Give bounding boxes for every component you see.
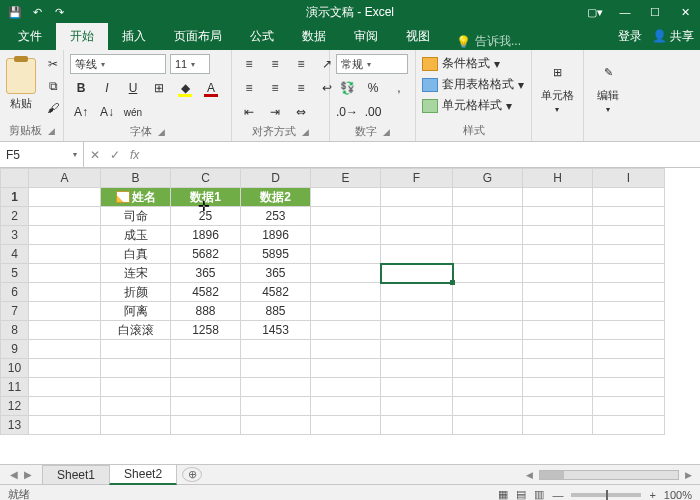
cell-H10[interactable] [523,359,593,378]
cell-G8[interactable] [453,321,523,340]
col-header-E[interactable]: E [311,169,381,188]
cell-E6[interactable] [311,283,381,302]
cell-H13[interactable] [523,416,593,435]
cell-A10[interactable] [29,359,101,378]
alignment-launcher-icon[interactable]: ◢ [302,127,309,137]
worksheet-grid[interactable]: ABCDEFGHI1 姓名 数据1 数据22 司命 25 2533 成玉 189… [0,168,700,464]
cell-A13[interactable] [29,416,101,435]
cell-F2[interactable] [381,207,453,226]
cell-D11[interactable] [241,378,311,397]
col-header-G[interactable]: G [453,169,523,188]
cell-E5[interactable] [311,264,381,283]
align-center-icon[interactable]: ≡ [264,78,286,98]
cell-F8[interactable] [381,321,453,340]
cell-F11[interactable] [381,378,453,397]
cell-E11[interactable] [311,378,381,397]
cell-E9[interactable] [311,340,381,359]
cell-H12[interactable] [523,397,593,416]
fill-color-button[interactable]: ◆ [174,78,196,98]
cell-F9[interactable] [381,340,453,359]
cell-D6[interactable]: 4582 [241,283,311,302]
cell-E4[interactable] [311,245,381,264]
cell-C7[interactable]: 888 [171,302,241,321]
cancel-formula-icon[interactable]: ✕ [90,148,100,162]
cell-C10[interactable] [171,359,241,378]
cell-D10[interactable] [241,359,311,378]
undo-icon[interactable]: ↶ [30,5,44,19]
cell-styles-button[interactable]: 单元格样式 ▾ [422,96,512,115]
editing-button[interactable]: ✎ 编辑 ▾ [590,54,626,114]
select-all-corner[interactable] [1,169,29,188]
paste-button[interactable]: 粘贴 [6,54,36,111]
sheet-tab-sheet1[interactable]: Sheet1 [42,465,110,484]
cell-E7[interactable] [311,302,381,321]
cell-C11[interactable] [171,378,241,397]
row-header-3[interactable]: 3 [1,226,29,245]
tab-page-layout[interactable]: 页面布局 [160,23,236,50]
view-page-layout-icon[interactable]: ▤ [516,488,526,500]
cell-I6[interactable] [593,283,665,302]
cell-F12[interactable] [381,397,453,416]
enter-formula-icon[interactable]: ✓ [110,148,120,162]
col-header-F[interactable]: F [381,169,453,188]
close-icon[interactable]: ✕ [670,0,700,24]
cell-I11[interactable] [593,378,665,397]
sheet-nav-next-icon[interactable]: ▶ [24,469,32,480]
login-link[interactable]: 登录 [618,28,642,45]
cell-D2[interactable]: 253 [241,207,311,226]
format-as-table-button[interactable]: 套用表格格式 ▾ [422,75,524,94]
cell-I5[interactable] [593,264,665,283]
cell-G5[interactable] [453,264,523,283]
cell-C9[interactable] [171,340,241,359]
row-header-9[interactable]: 9 [1,340,29,359]
cell-G6[interactable] [453,283,523,302]
format-painter-icon[interactable]: 🖌 [42,98,64,118]
cell-D4[interactable]: 5895 [241,245,311,264]
border-button[interactable]: ⊞ [148,78,170,98]
copy-icon[interactable]: ⧉ [42,76,64,96]
cell-D1[interactable]: 数据2 [241,188,311,207]
cells-button[interactable]: ⊞ 单元格 ▾ [538,54,576,114]
cell-I3[interactable] [593,226,665,245]
increase-decimal-icon[interactable]: .0→ [336,102,358,122]
name-box[interactable]: F5▾ [0,142,84,167]
currency-icon[interactable]: 💱 [336,78,358,98]
tab-formulas[interactable]: 公式 [236,23,288,50]
cell-B1[interactable]: 姓名 [101,188,171,207]
cell-C6[interactable]: 4582 [171,283,241,302]
decrease-decimal-icon[interactable]: .00 [362,102,384,122]
align-top-icon[interactable]: ≡ [238,54,260,74]
cell-E3[interactable] [311,226,381,245]
cell-G4[interactable] [453,245,523,264]
cell-A5[interactable] [29,264,101,283]
cell-A3[interactable] [29,226,101,245]
row-header-11[interactable]: 11 [1,378,29,397]
number-format-select[interactable]: 常规▾ [336,54,408,74]
cell-A8[interactable] [29,321,101,340]
cell-E2[interactable] [311,207,381,226]
zoom-slider[interactable] [571,493,641,497]
cell-E8[interactable] [311,321,381,340]
zoom-value[interactable]: 100% [664,489,692,501]
zoom-in-icon[interactable]: + [649,489,655,501]
save-icon[interactable]: 💾 [8,5,22,19]
increase-indent-icon[interactable]: ⇥ [264,102,286,122]
cell-H4[interactable] [523,245,593,264]
cell-H7[interactable] [523,302,593,321]
cell-I13[interactable] [593,416,665,435]
fx-icon[interactable]: fx [130,148,139,162]
conditional-format-button[interactable]: 条件格式 ▾ [422,54,500,73]
view-normal-icon[interactable]: ▦ [498,488,508,500]
cell-A6[interactable] [29,283,101,302]
cell-G3[interactable] [453,226,523,245]
cell-G2[interactable] [453,207,523,226]
maximize-icon[interactable]: ☐ [640,0,670,24]
cell-H2[interactable] [523,207,593,226]
share-button[interactable]: 👤 共享 [652,28,694,45]
phonetic-guide-button[interactable]: wén [122,102,144,122]
cell-I9[interactable] [593,340,665,359]
cell-A2[interactable] [29,207,101,226]
cell-A12[interactable] [29,397,101,416]
font-launcher-icon[interactable]: ◢ [158,127,165,137]
cell-G13[interactable] [453,416,523,435]
